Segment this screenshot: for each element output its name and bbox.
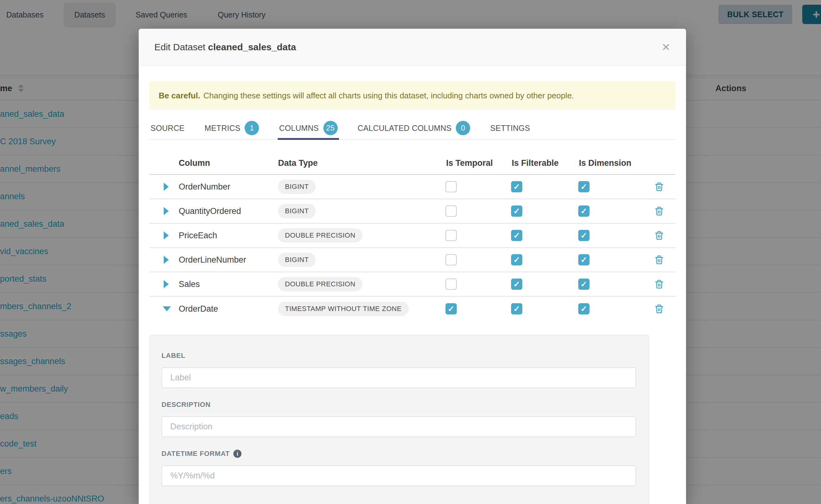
- is-temporal-header: Is Temporal: [444, 158, 509, 174]
- expand-caret-icon[interactable]: [164, 183, 169, 191]
- column-name: PriceEach: [179, 231, 278, 240]
- is-temporal-checkbox[interactable]: [446, 279, 457, 290]
- column-header: Column: [179, 158, 278, 174]
- is-filterable-checkbox[interactable]: ✓: [511, 230, 522, 241]
- tab-label: SOURCE: [151, 124, 185, 133]
- info-icon[interactable]: i: [233, 450, 241, 458]
- label-input[interactable]: [161, 367, 636, 388]
- spacer: [643, 168, 675, 174]
- column-row-Sales: SalesDOUBLE PRECISION✓✓: [149, 272, 675, 297]
- is-temporal-checkbox[interactable]: [446, 181, 457, 192]
- column-name: OrderNumber: [179, 182, 278, 192]
- expand-caret-icon[interactable]: [164, 280, 169, 288]
- is-temporal-checkbox[interactable]: [446, 254, 457, 265]
- tab-count-badge: 25: [323, 121, 338, 135]
- modal-header: Edit Dataset cleaned_sales_data ✕: [139, 29, 686, 66]
- is-temporal-checkbox[interactable]: ✓: [446, 303, 457, 314]
- tab-count-badge: 1: [245, 121, 259, 135]
- is-filterable-checkbox[interactable]: ✓: [511, 181, 522, 192]
- modal-tabs: SOURCEMETRICS1COLUMNS25CALCULATED COLUMN…: [149, 117, 675, 140]
- column-detail-panel: LABEL DESCRIPTION DATETIME FORMAT i: [149, 335, 649, 504]
- data-type-pill: DOUBLE PRECISION: [278, 277, 362, 291]
- columns-table-rows: OrderNumberBIGINT✓✓QuantityOrderedBIGINT…: [149, 175, 675, 321]
- delete-column-icon[interactable]: [643, 255, 675, 264]
- datetime-format-label-text: DATETIME FORMAT: [161, 450, 230, 458]
- column-row-QuantityOrdered: QuantityOrderedBIGINT✓✓: [149, 199, 675, 224]
- is-dimension-checkbox[interactable]: ✓: [578, 303, 590, 314]
- modal-body: Be careful. Changing these settings will…: [139, 81, 686, 504]
- edit-dataset-modal: Edit Dataset cleaned_sales_data ✕ Be car…: [139, 29, 686, 504]
- tab-label: CALCULATED COLUMNS: [358, 124, 452, 133]
- column-row-PriceEach: PriceEachDOUBLE PRECISION✓✓: [149, 224, 675, 248]
- data-type-pill: BIGINT: [278, 253, 315, 267]
- columns-table: Column Data Type Is Temporal Is Filterab…: [149, 140, 675, 321]
- warning-banner-text: Changing these settings will affect all …: [203, 91, 574, 101]
- collapse-caret-icon[interactable]: [163, 306, 171, 311]
- column-row-OrderDate: OrderDateTIMESTAMP WITHOUT TIME ZONE✓✓✓: [149, 297, 675, 321]
- expand-caret-icon[interactable]: [164, 256, 169, 264]
- is-filterable-checkbox[interactable]: ✓: [511, 205, 522, 217]
- is-dimension-checkbox[interactable]: ✓: [578, 230, 590, 241]
- tab-settings[interactable]: SETTINGS: [489, 117, 531, 139]
- data-type-pill: DOUBLE PRECISION: [278, 228, 362, 243]
- label-field-label: LABEL: [161, 352, 636, 360]
- tab-metrics[interactable]: METRICS1: [203, 117, 260, 139]
- tab-label: COLUMNS: [279, 124, 319, 133]
- is-dimension-checkbox[interactable]: ✓: [578, 279, 590, 290]
- tab-count-badge: 0: [456, 121, 470, 135]
- warning-banner: Be careful. Changing these settings will…: [149, 81, 675, 110]
- expand-caret-icon[interactable]: [164, 207, 169, 215]
- is-dimension-checkbox[interactable]: ✓: [578, 254, 590, 265]
- tab-label: SETTINGS: [490, 124, 530, 133]
- is-dimension-checkbox[interactable]: ✓: [578, 205, 590, 217]
- datetime-format-field-label: DATETIME FORMAT i: [161, 450, 636, 458]
- label-field: LABEL: [161, 352, 636, 388]
- delete-column-icon[interactable]: [643, 279, 675, 289]
- description-field: DESCRIPTION: [161, 401, 636, 437]
- is-temporal-checkbox[interactable]: [446, 230, 457, 241]
- column-row-OrderLineNumber: OrderLineNumberBIGINT✓✓: [149, 248, 675, 272]
- data-type-pill: BIGINT: [278, 180, 315, 194]
- delete-column-icon[interactable]: [643, 206, 675, 216]
- expand-caret-icon[interactable]: [164, 231, 169, 240]
- is-temporal-checkbox[interactable]: [446, 205, 457, 217]
- is-dimension-checkbox[interactable]: ✓: [578, 181, 590, 192]
- tab-label: METRICS: [205, 124, 240, 133]
- description-input[interactable]: [161, 416, 636, 437]
- is-filterable-checkbox[interactable]: ✓: [511, 254, 522, 265]
- tab-source[interactable]: SOURCE: [149, 117, 186, 139]
- data-type-pill: BIGINT: [278, 204, 315, 218]
- delete-column-icon[interactable]: [643, 231, 675, 240]
- delete-column-icon[interactable]: [643, 304, 675, 314]
- is-dimension-header: Is Dimension: [576, 158, 643, 174]
- spacer: [149, 168, 179, 174]
- modal-title-prefix: Edit Dataset: [154, 42, 208, 52]
- description-field-label: DESCRIPTION: [161, 401, 636, 409]
- datetime-format-field: DATETIME FORMAT i: [161, 450, 636, 486]
- warning-banner-bold: Be careful.: [159, 91, 200, 101]
- delete-column-icon[interactable]: [643, 182, 675, 191]
- datetime-format-input[interactable]: [161, 465, 636, 486]
- columns-table-header: Column Data Type Is Temporal Is Filterab…: [149, 140, 675, 175]
- data-type-header: Data Type: [278, 158, 444, 174]
- column-name: QuantityOrdered: [179, 206, 278, 216]
- is-filterable-header: Is Filterable: [509, 158, 576, 174]
- data-type-pill: TIMESTAMP WITHOUT TIME ZONE: [278, 302, 408, 316]
- column-name: OrderLineNumber: [179, 255, 278, 265]
- modal-title: Edit Dataset cleaned_sales_data: [154, 42, 662, 52]
- column-row-OrderNumber: OrderNumberBIGINT✓✓: [149, 175, 675, 199]
- close-icon[interactable]: ✕: [662, 42, 671, 52]
- column-name: OrderDate: [179, 304, 278, 314]
- modal-title-dataset-name: cleaned_sales_data: [208, 42, 296, 52]
- tab-columns[interactable]: COLUMNS25: [278, 117, 339, 139]
- is-filterable-checkbox[interactable]: ✓: [511, 279, 522, 290]
- is-filterable-checkbox[interactable]: ✓: [511, 303, 522, 314]
- tab-calculated-columns[interactable]: CALCULATED COLUMNS0: [356, 117, 472, 139]
- column-name: Sales: [179, 279, 278, 289]
